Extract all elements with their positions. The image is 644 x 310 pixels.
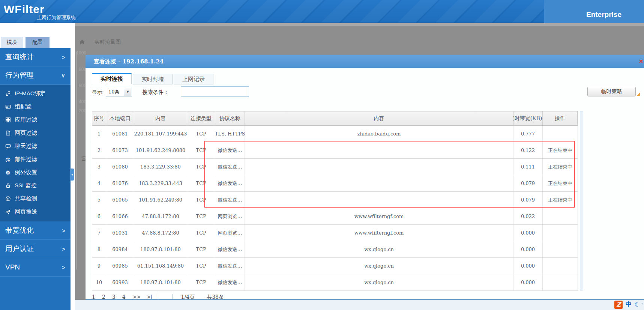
- table-cell: www.wfilterngf.com: [245, 208, 513, 224]
- gear-icon: ⚙: [5, 170, 11, 176]
- table-cell: zhidao.baidu.com: [245, 126, 513, 142]
- table-cell: 183.3.229.33:80: [134, 159, 187, 175]
- sidebar-item-网页过滤[interactable]: 网页过滤: [0, 126, 71, 140]
- table-cell: 正在结束中: [543, 159, 578, 175]
- table-cell: 180.97.8.101:80: [134, 241, 187, 257]
- breadcrumb-label: 实时流量图: [95, 39, 121, 45]
- table-cell: TCP: [187, 142, 215, 158]
- table-cell: 9: [92, 258, 106, 274]
- search-input[interactable]: [181, 86, 249, 97]
- sidebar-item-label: 组配置: [15, 103, 32, 110]
- idcard-icon: [5, 104, 11, 110]
- page-info: 1/4页: [181, 294, 195, 300]
- sidebar-item-IP-MAC绑定[interactable]: IP-MAC绑定: [0, 87, 71, 100]
- sidebar-section-label: 查询统计: [5, 52, 34, 62]
- sidebar-section-VPN[interactable]: VPN>: [0, 258, 71, 277]
- table-row: 161081220.181.107.199:443TCPTLS, HTTPSzh…: [92, 126, 578, 142]
- sidebar-item-label: 网页推送: [15, 208, 37, 215]
- table-cell: 2: [92, 142, 106, 158]
- table-cell: 微信发送…: [215, 258, 245, 274]
- sidebar-section-查询统计[interactable]: 查询统计>: [0, 48, 71, 66]
- bottom-strip: [75, 300, 644, 310]
- table-cell: 网页浏览…: [215, 208, 245, 224]
- page-button-1[interactable]: 1: [92, 294, 95, 300]
- table-cell: 0.777: [513, 126, 543, 142]
- column-header-7[interactable]: 实时带宽(KB)↓: [513, 111, 543, 125]
- table-row: 96098561.151.168.149:80TCP微信发送…wx.qlogo.…: [92, 258, 578, 274]
- next-page-button[interactable]: >>: [132, 294, 140, 300]
- table-row: 461076183.3.229.33:443TCP微信发送…0.079正在结束中: [92, 175, 578, 192]
- table-cell: 61076: [106, 175, 134, 191]
- table-cell: 47.88.8.172:80: [134, 225, 187, 241]
- page-size-select[interactable]: 10条 ▼: [106, 87, 132, 96]
- table-cell: 正在结束中: [543, 175, 578, 191]
- sidebar-section-用户认证[interactable]: 用户认证>: [0, 240, 71, 258]
- table-cell: TLS, HTTPS: [215, 126, 245, 142]
- table-cell: [543, 258, 578, 274]
- policy-corner-mark: [637, 93, 640, 96]
- sidebar-section-带宽优化[interactable]: 带宽优化>: [0, 221, 71, 240]
- table-cell: 10: [92, 274, 106, 290]
- table-cell: wx.qlogo.cn: [245, 258, 513, 274]
- table-cell: 微信发送…: [215, 192, 245, 208]
- tab-实时连接[interactable]: 实时连接: [92, 73, 132, 84]
- sidebar-section-行为管理[interactable]: 行为管理∨: [0, 66, 71, 85]
- table-cell: 0.000: [513, 225, 543, 241]
- show-label: 显示: [92, 89, 102, 96]
- table-cell: 0.000: [513, 274, 543, 290]
- tab-上网记录[interactable]: 上网记录: [174, 74, 213, 84]
- table-header-row: 序号本地端口内容连接类型协议名称内容实时带宽(KB)↓操作: [92, 111, 578, 126]
- sidebar-item-聊天过滤[interactable]: 聊天过滤: [0, 140, 71, 153]
- table-cell: 0.079: [513, 175, 543, 191]
- ime-language-indicator[interactable]: 中: [626, 301, 632, 308]
- sidebar-item-共享检测[interactable]: 共享检测: [0, 192, 71, 205]
- push-icon: [5, 209, 11, 215]
- tab-实时封堵[interactable]: 实时封堵: [133, 74, 173, 84]
- pagination-bar: 1234>>>|1/4页共38条: [92, 294, 236, 300]
- table-cell: 4: [92, 175, 106, 191]
- dialog-toolbar: 显示 10条 ▼ 搜索条件： 临时策略: [92, 86, 638, 98]
- share-icon: [5, 196, 11, 202]
- page-jump-input[interactable]: [158, 294, 173, 300]
- last-page-button[interactable]: >|: [146, 294, 152, 300]
- ime-moon-icon[interactable]: ☾: [635, 301, 640, 308]
- chevron-icon: >: [62, 246, 65, 252]
- sidebar-item-SSL监控[interactable]: SSL监控: [0, 179, 71, 192]
- page-button-3[interactable]: 3: [112, 294, 116, 300]
- sidebar-section-label: 行为管理: [5, 71, 34, 80]
- column-header-1: 序号: [92, 111, 106, 125]
- table-cell: 微信发送…: [215, 142, 245, 158]
- table-cell: 0.000: [513, 241, 543, 257]
- sidebar-tab-配置[interactable]: 配置: [26, 37, 50, 48]
- sidebar-item-组配置[interactable]: 组配置: [0, 100, 71, 113]
- page-button-2[interactable]: 2: [102, 294, 105, 300]
- close-icon[interactable]: ✕: [639, 58, 644, 65]
- sidebar-item-邮件过滤[interactable]: @邮件过滤: [0, 153, 71, 166]
- page-button-4[interactable]: 4: [122, 294, 126, 300]
- table-cell: [245, 159, 513, 175]
- sidebar-item-例外设置[interactable]: ⚙例外设置: [0, 166, 71, 179]
- sogou-input-icon[interactable]: Z: [614, 301, 623, 309]
- mail-icon: @: [5, 157, 11, 163]
- chevron-icon: ∨: [61, 72, 65, 79]
- breadcrumb: 实时流量图: [79, 39, 121, 45]
- table-scrollbar[interactable]: [580, 111, 583, 290]
- chevron-icon: >: [62, 54, 65, 60]
- sidebar-collapse-handle[interactable]: ◂: [70, 169, 74, 181]
- sidebar-item-网页推送[interactable]: 网页推送: [0, 205, 71, 218]
- table-cell: 47.88.8.172:80: [134, 208, 187, 224]
- dialog-titlebar[interactable]: 查看连接 - 192.168.1.24 ✕: [86, 55, 644, 68]
- temp-policy-button[interactable]: 临时策略: [587, 87, 636, 96]
- table-cell: TCP: [187, 225, 215, 241]
- table-cell: 6: [92, 208, 106, 224]
- table-cell: 网页浏览…: [215, 225, 245, 241]
- table-row: 561065101.91.62.249:80TCP微信发送…0.079正在结束中: [92, 192, 578, 208]
- sidebar-tab-模块[interactable]: 模块: [1, 37, 23, 48]
- chevron-down-icon[interactable]: ▼: [124, 87, 131, 96]
- table-cell: TCP: [187, 258, 215, 274]
- table-cell: 0.079: [513, 192, 543, 208]
- column-header-5: 协议名称: [215, 111, 245, 125]
- table-cell: 61080: [106, 159, 134, 175]
- sidebar-item-label: 共享检测: [15, 195, 37, 202]
- sidebar-item-应用过滤[interactable]: 应用过滤: [0, 113, 71, 126]
